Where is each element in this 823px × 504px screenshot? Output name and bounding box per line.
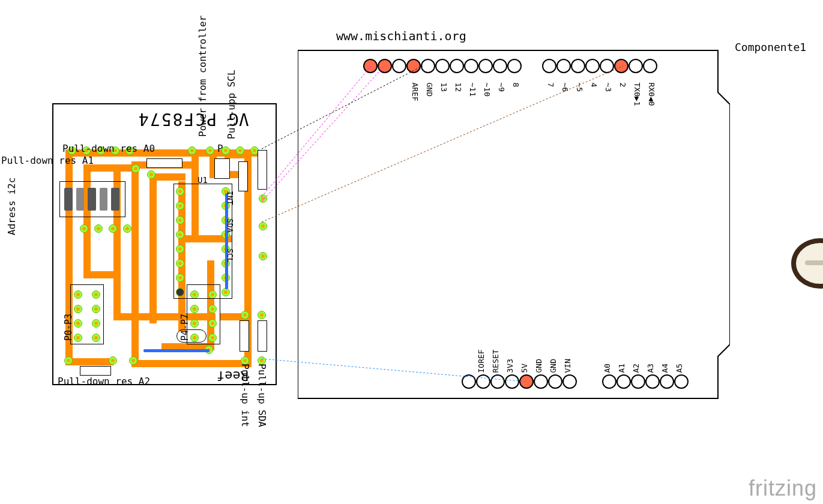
arduino-pin-sda <box>378 59 392 73</box>
jumper-2 <box>225 193 228 289</box>
address-i2c-label: Adress i2c <box>6 178 17 235</box>
arduino-pin-gnd2: GND <box>548 374 562 389</box>
pull-up-int-label: Pull-up int <box>240 364 251 427</box>
p4-p7-label: P4-P7 <box>179 314 190 341</box>
arduino-pin-a0: A0 <box>602 374 616 389</box>
arduino-pin-scl <box>363 59 378 73</box>
arduino-pin-10: ~10 <box>478 59 493 73</box>
arduino-pin-12: 12 <box>450 59 464 73</box>
arduino-pin-7: 7 <box>542 59 556 73</box>
arduino-pin-4: 4 <box>585 59 600 73</box>
resistor-3 <box>238 161 248 191</box>
resistor-1 <box>146 158 182 168</box>
arduino-pin-3: ~3 <box>600 59 614 73</box>
sda-label: SDA <box>226 218 235 232</box>
arduino-pin-11: ~11 <box>464 59 478 73</box>
arduino-pin-rx0: RX0◀0 <box>643 59 657 73</box>
int-label: INT <box>226 191 235 205</box>
arduino-top-row-left: AREF GND 13 12 ~11 ~10 ~9 8 <box>364 59 521 73</box>
pull-upp-scl-p: P <box>217 143 223 154</box>
arduino-pin-gnd1: GND <box>534 374 548 389</box>
arduino-pin-a3: A3 <box>645 374 660 389</box>
arduino-pin-a4: A4 <box>660 374 674 389</box>
p0-p3-label: P0-P3 <box>63 314 74 341</box>
resistor-7 <box>80 366 111 376</box>
arduino-pin-aref: AREF <box>406 59 421 73</box>
ic-chip-outline <box>173 184 232 299</box>
pull-up-scl-label: Pull-upp SCL <box>226 70 237 139</box>
pull-down-a0-label: Pull-down res A0 <box>62 143 155 154</box>
bee-logo-icon <box>784 212 823 344</box>
resistor-5 <box>240 320 249 352</box>
resistor-2 <box>214 158 230 179</box>
power-from-controller-label: Power from controller <box>197 16 208 137</box>
pull-up-sda-label: Pull-up SDA <box>256 364 268 427</box>
arduino-bottom-row-analog: A0 A1 A2 A3 A4 A5 <box>603 374 688 389</box>
p0-p3-header <box>70 284 104 344</box>
pull-down-a1-label: Pull-down res A1 <box>1 155 94 166</box>
arduino-pin-6: ~6 <box>556 59 571 73</box>
arduino-pin-nc2 <box>462 374 476 389</box>
arduino-pin-gnd-top: GND <box>421 59 435 73</box>
arduino-shield: AREF GND 13 12 ~11 ~10 ~9 8 7 ~6 ~5 4 ~3… <box>298 38 730 410</box>
diagram-canvas: www.mischianti.org Componente1 AREF GND … <box>0 0 823 504</box>
arduino-bottom-row-power: IOREF RESET 3V3 5V GND GND VIN <box>462 374 576 389</box>
pull-down-a2-label: Pull-down res A2 <box>58 376 150 387</box>
arduino-outline-svg <box>298 38 730 410</box>
arduino-pin-9: ~9 <box>493 59 507 73</box>
arduino-pin-5: ~5 <box>571 59 585 73</box>
arduino-pin-nc <box>392 59 406 73</box>
svg-rect-7 <box>805 260 823 265</box>
arduino-top-row-right: 7 ~6 ~5 4 ~3 2 TX0▶1 RX0◀0 <box>543 59 657 73</box>
arduino-pin-a2: A2 <box>631 374 645 389</box>
arduino-pin-2: 2 <box>614 59 629 73</box>
arduino-pin-tx0: TX0▶1 <box>629 59 643 73</box>
fritzing-watermark: fritzing <box>749 476 817 501</box>
resistor-4 <box>258 150 267 190</box>
arduino-pin-8: 8 <box>507 59 522 73</box>
component-ref-label: Componente1 <box>735 41 806 53</box>
arduino-pin-5v: 5V <box>519 374 534 389</box>
arduino-pin-a1: A1 <box>616 374 631 389</box>
arduino-pin-3v3: 3V3 <box>505 374 519 389</box>
arduino-pin-13: 13 <box>435 59 450 73</box>
arduino-pin-reset: RESET <box>490 374 505 389</box>
jumper-1 <box>143 349 210 352</box>
arduino-pin-ioref: IOREF <box>476 374 490 389</box>
arduino-pin-a5: A5 <box>674 374 689 389</box>
u1-label: U1 <box>197 175 208 185</box>
resistor-6 <box>258 320 267 352</box>
arduino-pin-vin: VIN <box>562 374 577 389</box>
scl-label: SCL <box>226 248 235 262</box>
